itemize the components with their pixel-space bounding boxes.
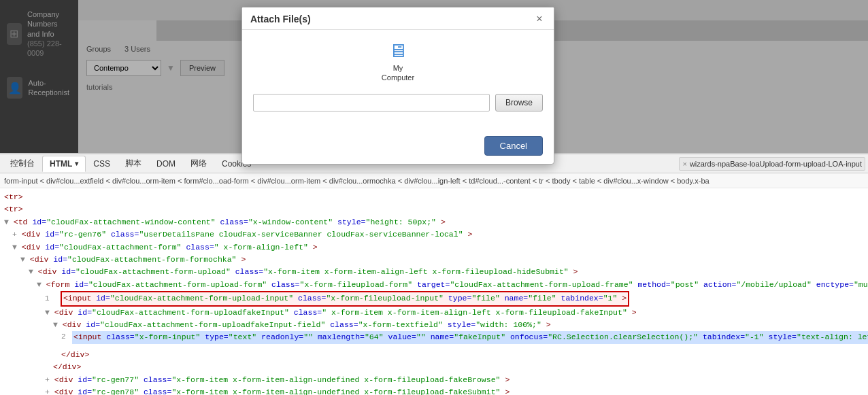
tree-row: ▼ <div id="cloudFax-attachment-form-uplo…	[4, 307, 864, 319]
tree-row: + <div id="rc-gen77" class="x-form-item …	[4, 374, 864, 386]
tab-script[interactable]: 脚本	[118, 154, 149, 173]
dialog-body: 🖥 My Computer Browse	[242, 30, 554, 131]
tab-html[interactable]: HTML ▾	[42, 156, 86, 172]
tree-row: ▼ <div id="cloudFax-attachment-form-form…	[4, 254, 864, 266]
tree-row: + <div id="rc-gen76" class="userDetailsP…	[4, 228, 864, 241]
tree-row: ▼ <td id="cloudFax-attachment-window-con…	[4, 216, 864, 228]
tree-row: ▼ <div id="cloudFax-attachment-form-uplo…	[4, 319, 864, 331]
computer-icon: 🖥	[388, 39, 407, 62]
line-number-2: 2	[61, 331, 69, 343]
tree-row: <tr>	[4, 203, 864, 216]
tab-console[interactable]: 控制台	[3, 154, 42, 173]
attach-files-dialog: Attach File(s) × 🖥 My Computer Browse Ca…	[241, 7, 554, 165]
devtools-panel: 控制台 HTML ▾ CSS 脚本 DOM 网络 Cookies × wizar…	[0, 153, 868, 395]
line-number-1: 1	[45, 293, 53, 305]
cancel-button[interactable]: Cancel	[484, 136, 543, 156]
dialog-title-bar: Attach File(s) ×	[242, 7, 554, 30]
dialog-close-button[interactable]: ×	[533, 13, 546, 25]
tree-row: </div>	[4, 361, 864, 373]
tree-row: ▼ <div id="cloudFax-attachment-form" cla…	[4, 241, 864, 254]
dialog-footer: Cancel	[242, 131, 554, 164]
input-highlight-red[interactable]: <input id="cloudFax-attachment-form-uplo…	[61, 291, 629, 306]
tree-row-highlighted-1: 1 <input id="cloudFax-attachment-form-up…	[4, 291, 864, 306]
search-tag: × wizards-npaBase-loaUpload-form-upload-…	[679, 157, 865, 171]
input-highlight-blue[interactable]: <input class="x-form-input" type="text" …	[72, 331, 868, 343]
devtools-search-area: × wizards-npaBase-loaUpload-form-upload-…	[679, 157, 865, 171]
html-tab-dropdown[interactable]: ▾	[75, 160, 78, 167]
tab-css[interactable]: CSS	[86, 156, 118, 172]
tree-row: </div>	[4, 349, 864, 361]
tab-network[interactable]: 网络	[183, 154, 214, 173]
tree-row: <tr>	[4, 191, 864, 203]
tree-row: ▼ <div id="cloudFax-attachment-form-uplo…	[4, 266, 864, 278]
dialog-title: Attach File(s)	[250, 14, 311, 24]
source-label: My Computer	[382, 63, 414, 83]
browse-button[interactable]: Browse	[495, 94, 543, 111]
search-tag-close[interactable]: ×	[682, 160, 686, 168]
tab-dom[interactable]: DOM	[149, 156, 183, 172]
tree-row-highlighted-2: 2 <input class="x-form-input" type="text…	[4, 331, 864, 349]
tree-row: ▼ <form id="cloudFax-attachment-form-upl…	[4, 279, 864, 291]
file-input-row: Browse	[253, 94, 543, 111]
search-tag-text: wizards-npaBase-loaUpload-form-upload-LO…	[690, 160, 862, 168]
file-path-input[interactable]	[253, 94, 490, 111]
devtools-html-content[interactable]: <tr> <tr> ▼ <td id="cloudFax-attachment-…	[0, 188, 868, 395]
devtools-breadcrumb: form-input < div#clou...extfield < div#c…	[0, 173, 868, 188]
tree-row: + <div id="rc-gen78" class="x-form-item …	[4, 386, 864, 395]
my-computer-source[interactable]: 🖥 My Computer	[253, 39, 543, 83]
